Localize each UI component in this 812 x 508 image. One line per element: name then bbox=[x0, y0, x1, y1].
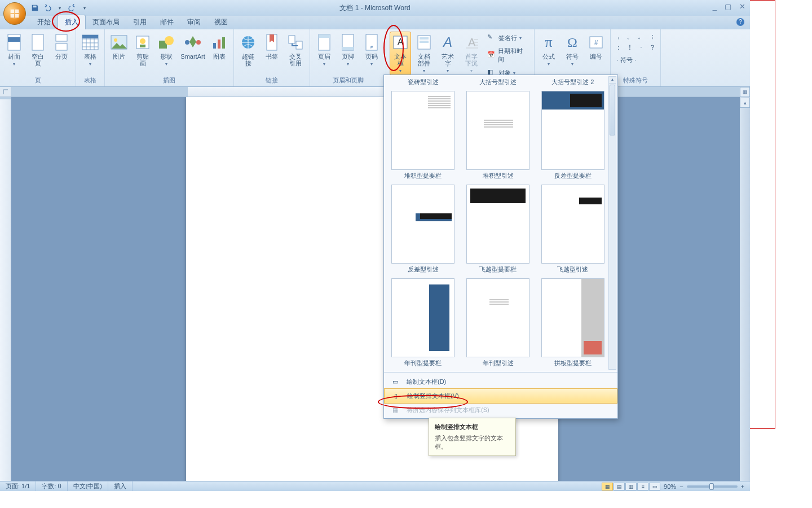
zoom-level[interactable]: 90% bbox=[664, 483, 676, 490]
svg-rect-19 bbox=[222, 37, 225, 49]
maximize-button[interactable]: ▢ bbox=[725, 2, 731, 11]
close-button[interactable]: ✕ bbox=[739, 2, 745, 11]
gallery-scrollbar[interactable]: ▴ bbox=[608, 76, 616, 370]
zoom-slider[interactable] bbox=[687, 485, 738, 488]
tab-references[interactable]: 引用 bbox=[126, 15, 153, 29]
table-button[interactable]: 表格▾ bbox=[80, 32, 101, 68]
horizontal-ruler[interactable] bbox=[11, 87, 750, 97]
picture-button[interactable]: 图片 bbox=[108, 32, 130, 62]
svg-text:A: A bbox=[442, 34, 452, 50]
undo-dropdown-icon[interactable]: ▾ bbox=[55, 3, 64, 12]
tab-home[interactable]: 开始 bbox=[30, 15, 58, 29]
group-pages-label: 页 bbox=[3, 75, 72, 86]
header-button[interactable]: 页眉▾ bbox=[314, 32, 335, 68]
scroll-up-icon[interactable]: ▴ bbox=[740, 98, 750, 108]
help-icon[interactable]: ? bbox=[736, 18, 744, 26]
svg-rect-34 bbox=[420, 41, 429, 43]
draw-vertical-textbox-item[interactable]: ▯绘制竖排文本框(V) bbox=[384, 388, 617, 404]
draft-view-icon[interactable]: ▭ bbox=[649, 483, 660, 491]
svg-rect-2 bbox=[8, 37, 20, 42]
gallery-item[interactable]: 堆积型提要栏 bbox=[389, 87, 458, 181]
svg-point-15 bbox=[185, 40, 189, 45]
draw-textbox-item[interactable]: ▭绘制文本框(D) bbox=[384, 375, 617, 389]
window-controls: _ ▢ ✕ bbox=[713, 2, 745, 11]
crossref-button[interactable]: 交叉 引用 bbox=[285, 32, 306, 68]
bookmark-button[interactable]: 书签 bbox=[261, 32, 283, 62]
tab-insert[interactable]: 插入 bbox=[58, 15, 86, 29]
group-tables: 表格▾ 表格 bbox=[76, 29, 105, 86]
pagenum-icon: # bbox=[363, 33, 381, 51]
shapes-icon bbox=[157, 33, 175, 51]
equation-button[interactable]: π公式▾ bbox=[538, 32, 559, 68]
status-words[interactable]: 字数: 0 bbox=[36, 481, 67, 491]
print-layout-view-icon[interactable]: ▦ bbox=[602, 483, 613, 491]
cover-page-button[interactable]: 封面▾ bbox=[3, 32, 25, 68]
special-symbol-grid[interactable]: ，、。； ：！·？ bbox=[614, 32, 657, 52]
undo-icon[interactable] bbox=[43, 3, 52, 12]
status-page[interactable]: 页面: 1/1 bbox=[0, 481, 36, 491]
svg-point-14 bbox=[165, 36, 174, 45]
group-special: ，、。； ：！·？ · 符号 · 特殊符号 bbox=[611, 29, 661, 86]
redo-icon[interactable] bbox=[68, 3, 77, 12]
vertical-ruler[interactable] bbox=[0, 97, 11, 481]
gallery-caption: 瓷砖型引述 bbox=[408, 78, 439, 86]
zoom-in-button[interactable]: + bbox=[741, 483, 744, 490]
gallery-item[interactable]: 年刊型引述 bbox=[464, 275, 533, 369]
tooltip-body: 插入包含竖排文字的文本框。 bbox=[435, 434, 510, 451]
wordart-button[interactable]: A艺术字▾ bbox=[437, 32, 458, 75]
status-mode[interactable]: 插入 bbox=[108, 481, 133, 491]
bookmark-icon bbox=[263, 33, 281, 51]
hyperlink-button[interactable]: 超链接 bbox=[237, 32, 259, 68]
qat-customize-icon[interactable]: ▾ bbox=[80, 3, 89, 12]
textbox-button[interactable]: A文本框▾ bbox=[390, 32, 411, 75]
quickparts-button[interactable]: 文档部件▾ bbox=[413, 32, 435, 75]
clipart-button[interactable]: 剪贴画 bbox=[132, 32, 153, 68]
blank-page-button[interactable]: 空白页 bbox=[27, 32, 48, 68]
fullscreen-view-icon[interactable]: ▤ bbox=[614, 483, 625, 491]
gallery-item[interactable]: 反差型引述 bbox=[389, 181, 458, 275]
status-lang[interactable]: 中文(中国) bbox=[68, 481, 108, 491]
save-icon[interactable] bbox=[30, 3, 39, 12]
gallery-item[interactable]: 反差型提要栏 bbox=[538, 87, 607, 181]
quickparts-icon bbox=[415, 33, 433, 51]
gallery-item[interactable]: 拼板型提要栏 bbox=[538, 275, 607, 369]
group-links: 超链接 书签 交叉 引用 链接 bbox=[234, 29, 310, 86]
gallery-item[interactable]: 堆积型引述 bbox=[464, 87, 533, 181]
ribbon: 封面▾ 空白页 分页 页 表格▾ 表格 图片 剪贴画 形状▾ SmartArt … bbox=[0, 29, 750, 87]
svg-rect-1 bbox=[8, 34, 20, 50]
svg-rect-4 bbox=[56, 34, 67, 41]
chart-button[interactable]: 图表 bbox=[209, 32, 230, 62]
svg-point-9 bbox=[114, 38, 117, 42]
view-buttons: ▦ ▤ ▥ ≡ ▭ bbox=[602, 483, 660, 491]
ruler-corner[interactable] bbox=[0, 87, 11, 97]
web-view-icon[interactable]: ▥ bbox=[625, 483, 637, 491]
document-area[interactable] bbox=[11, 97, 740, 481]
footer-button[interactable]: 页脚▾ bbox=[337, 32, 359, 68]
vertical-scrollbar[interactable]: ▦ ▴ bbox=[740, 87, 750, 481]
number-button[interactable]: #编号 bbox=[585, 32, 607, 62]
symbol-button[interactable]: Ω符号▾ bbox=[562, 32, 583, 68]
gallery-item[interactable]: 飞越型提要栏 bbox=[464, 181, 533, 275]
shapes-button[interactable]: 形状▾ bbox=[156, 32, 177, 68]
special-symbol-more[interactable]: · 符号 · bbox=[614, 54, 639, 66]
smartart-button[interactable]: SmartArt bbox=[179, 32, 206, 62]
pagenum-button[interactable]: #页码▾ bbox=[361, 32, 382, 68]
tab-mailings[interactable]: 邮件 bbox=[153, 15, 180, 29]
datetime-button[interactable]: 📅日期和时间 bbox=[484, 45, 531, 65]
gallery-item[interactable]: 飞越型引述 bbox=[538, 181, 607, 275]
title-bar: ▾ ▾ 文档 1 - Microsoft Word _ ▢ ✕ bbox=[0, 0, 750, 16]
office-button[interactable] bbox=[3, 2, 26, 25]
group-special-label: 特殊符号 bbox=[614, 75, 657, 86]
dropcap-button[interactable]: A首字下沉▾ bbox=[461, 32, 482, 75]
tab-review[interactable]: 审阅 bbox=[180, 15, 208, 29]
sigline-button[interactable]: ✎签名行▾ bbox=[484, 32, 531, 44]
tab-view[interactable]: 视图 bbox=[208, 15, 235, 29]
page-break-button[interactable]: 分页 bbox=[51, 32, 72, 62]
minimize-button[interactable]: _ bbox=[713, 2, 717, 11]
ruler-toggle-icon[interactable]: ▦ bbox=[740, 87, 750, 97]
zoom-out-button[interactable]: − bbox=[679, 483, 683, 490]
outline-view-icon[interactable]: ≡ bbox=[637, 483, 648, 491]
tab-layout[interactable]: 页面布局 bbox=[86, 15, 126, 29]
gallery-item[interactable]: 年刊型提要栏 bbox=[389, 275, 458, 369]
group-illus-label: 插图 bbox=[108, 75, 230, 86]
